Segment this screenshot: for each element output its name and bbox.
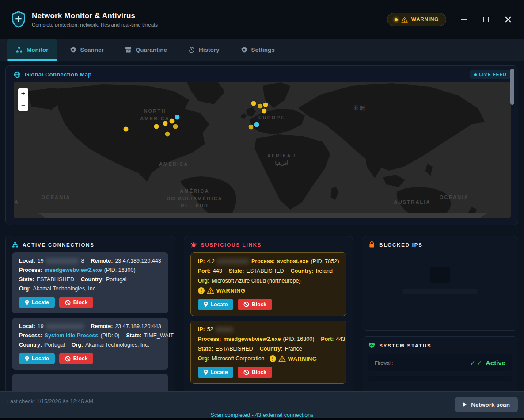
connection-dot[interactable] [248,124,253,129]
tab-scanner[interactable]: Scanner [61,39,113,61]
blocked-ips-title: BLOCKED IPS [379,242,422,248]
window-bottom-edge [0,418,524,420]
warning-badge-label: WARNING [411,16,439,23]
process-link[interactable]: System Idle Process [45,332,99,339]
connection-card-partial [12,374,168,392]
map-panel-title: Global Connection Map [25,71,91,78]
redacted-local-ip [46,324,84,329]
connection-dot[interactable] [173,124,178,129]
connection-dot[interactable] [154,124,159,129]
warning-label: WARNING [288,355,317,363]
block-icon [243,302,249,307]
shield-plus-logo-icon [11,11,26,28]
status-row-firewall: Firewall: ✓ ✓ Active [368,354,512,371]
connection-dot[interactable] [175,115,180,119]
tab-quarantine[interactable]: Quarantine [116,39,176,61]
map-pin-icon [204,370,208,375]
redacted-ip [217,259,249,264]
health-heart-icon [368,342,375,349]
map-zoom-in-button[interactable]: + [18,88,28,99]
connection-dot[interactable] [258,103,263,108]
connection-dot[interactable] [124,126,129,131]
connection-dot[interactable] [263,103,268,107]
globe-icon [14,71,21,78]
tab-history[interactable]: History [179,39,228,61]
locate-button[interactable]: Locate [198,299,234,310]
map-pin-icon [25,356,29,362]
map-zoom-out-button[interactable]: − [18,99,28,111]
connection-dot[interactable] [169,119,174,124]
warning-label: WARNING [216,287,246,294]
process-link[interactable]: msedgewebview2.exe [223,336,281,343]
app-title: Network Monitor & Antivirus [32,11,158,20]
connection-dot[interactable] [165,131,170,136]
maximize-icon [483,17,489,22]
empty-state-icon [430,267,450,283]
map-pin-icon [25,300,29,305]
last-check-text: Last check: 1/15/2026 às 12:46 AM [7,398,93,405]
minimize-button[interactable] [459,15,468,24]
play-icon [463,402,467,407]
app-window: Network Monitor & Antivirus Complete pro… [0,0,524,420]
gear-icon [241,46,247,53]
titlebar: Network Monitor & Antivirus Complete pro… [0,0,524,39]
connection-card: Local: 19 8 Remote: 23.47.189.120:443 Pr… [12,252,168,313]
scan-status-text: Scan completed - 43 external connections [0,412,524,418]
blocked-ips-panel: BLOCKED IPS [362,236,518,331]
close-icon [505,16,511,23]
bug-icon [190,241,197,248]
map-pin-icon [204,302,208,307]
archive-box-icon [125,46,132,53]
app-subtitle: Complete protection: network, files and … [32,22,158,27]
warning-triangle-icon [278,355,286,362]
locate-button[interactable]: Locate [19,297,55,308]
tab-monitor[interactable]: Monitor [7,39,57,61]
sitemap-icon [16,46,23,53]
empty-state-text [402,289,478,294]
block-icon [65,356,71,362]
network-scan-button[interactable]: Network scan [455,397,518,412]
process-link[interactable]: svchost.exe [277,258,309,265]
world-map-continents [14,82,511,218]
connection-card: Local: 19 Remote: 23.47.189.120:443 Proc… [12,318,168,370]
connection-dot[interactable] [262,108,267,113]
warning-triangle-icon [401,17,408,23]
warning-circle-icon [198,287,205,294]
warning-status-badge[interactable]: WARNING [387,13,446,26]
maximize-button[interactable] [482,15,490,24]
connection-dot[interactable] [163,121,168,126]
warning-circle-icon [270,355,276,362]
block-button[interactable]: Block [238,367,272,378]
active-connections-title: ACTIVE CONNECTIONS [23,242,95,248]
block-icon [243,370,249,375]
warning-dot-icon [395,18,398,21]
map-zoom-controls: + − [18,88,28,111]
status-value: Active [486,359,505,367]
lock-icon [368,241,375,248]
bottom-bar: Last check: 1/15/2026 às 12:46 AM Networ… [0,391,524,420]
warning-triangle-icon [207,287,214,294]
history-clock-icon [188,46,195,53]
suspicious-card: IP: 4.2 Process: svchost.exe (PID: 7852)… [190,252,347,316]
vertical-scrollbar-thumb[interactable] [510,69,514,105]
connection-dot[interactable] [254,122,259,127]
block-button[interactable]: Block [59,297,94,308]
tab-bar: Monitor Scanner Quarantine History [0,39,524,61]
system-status-title: SYSTEM STATUS [379,343,431,348]
global-connection-map-panel: Global Connection Map LIVE FEED [5,65,518,225]
close-button[interactable] [504,15,513,24]
locate-button[interactable]: Locate [19,353,55,364]
live-dot-icon [474,73,477,76]
tab-settings[interactable]: Settings [232,39,284,61]
suspicious-card: IP: 52 Process: msedgewebview2.exe (PID:… [190,321,347,384]
process-link[interactable]: msedgewebview2.exe [45,267,102,274]
locate-button[interactable]: Locate [198,367,234,378]
block-button[interactable]: Block [59,353,94,364]
minimize-icon [461,19,467,20]
block-button[interactable]: Block [238,299,272,310]
suspicious-links-title: SUSPICIOUS LINKS [201,242,262,248]
connection-dot[interactable] [251,101,256,106]
world-map[interactable]: + − NORTH AMERICAEUROPE亚洲AMERICAAFRIKA /… [14,82,511,218]
redacted-local-ip [46,258,79,264]
status-row-partial [368,376,512,381]
